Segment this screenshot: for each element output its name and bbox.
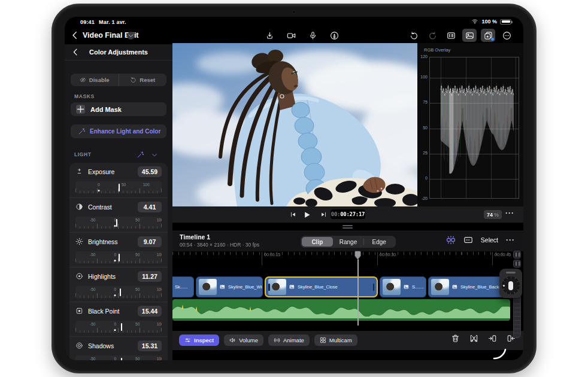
slider-thumb[interactable] (121, 323, 122, 331)
photo-icon (404, 284, 410, 290)
audio-clip[interactable] (172, 299, 510, 321)
back-chevron-icon[interactable] (69, 30, 80, 41)
slider-thumb[interactable] (119, 254, 120, 262)
scope-axis-label: 75 (418, 100, 428, 104)
track-height-button[interactable] (513, 260, 521, 267)
skip-back-icon[interactable] (290, 211, 296, 218)
photo-icon (452, 284, 458, 290)
mode-range[interactable]: Range (333, 237, 364, 247)
play-icon[interactable] (303, 211, 311, 219)
eye-off-icon (80, 77, 86, 83)
slider-thumb[interactable] (119, 184, 120, 191)
playhead-handle[interactable] (354, 251, 362, 260)
slider-ruler[interactable]: -50050100 (75, 217, 162, 229)
slider-ruler[interactable]: 050100 (75, 181, 162, 193)
effects-button[interactable] (481, 29, 495, 42)
undo-button[interactable] (407, 29, 421, 42)
multicam-button[interactable]: Multicam (314, 335, 357, 346)
slider-value[interactable]: 11.27 (138, 271, 162, 282)
inspector-button[interactable] (444, 29, 458, 42)
more-button[interactable] (499, 29, 514, 42)
viewer-zoom-control[interactable]: 74% (484, 210, 502, 219)
resize-handle[interactable] (343, 225, 353, 226)
animate-button[interactable]: Animate (268, 335, 310, 346)
inspect-button[interactable]: Inspect (179, 335, 219, 346)
pencil-button[interactable] (327, 29, 341, 42)
slider-value[interactable]: 15.44 (138, 306, 162, 317)
timeline-clip[interactable]: Skyline_Blue_Close (265, 276, 378, 297)
mode-clip[interactable]: Clip (302, 237, 333, 247)
clip-name: Skyline_Blue_Wide (228, 284, 262, 290)
slider-ruler[interactable]: -50050100 (75, 355, 162, 360)
button-label: Animate (283, 337, 304, 343)
button-label: Inspect (194, 337, 214, 343)
resize-handle[interactable] (343, 227, 353, 229)
scope-axis-label: 50 (418, 126, 428, 130)
record-audio-button[interactable] (305, 29, 320, 42)
timecode-display[interactable]: 00:00:27:17 (331, 209, 365, 219)
slider-value[interactable]: 15.31 (138, 340, 162, 351)
slider-ruler[interactable]: -50050100 (75, 251, 162, 263)
select-button[interactable]: Select (481, 236, 498, 244)
volume-button[interactable]: Volume (224, 335, 263, 346)
light-section-label: LIGHT (74, 151, 92, 157)
add-mask-button[interactable]: Add Mask (71, 102, 166, 116)
photo-icon (289, 284, 295, 290)
trash-icon[interactable] (451, 334, 460, 343)
timeline-meta: 00:54 · 3840 × 2160 · HDR · 30 fps (180, 242, 259, 248)
battery-icon (500, 19, 511, 25)
timeline-clip[interactable]: Sk...... (172, 276, 194, 297)
redo-icon (428, 31, 437, 40)
timeline-more-button[interactable]: ··· (506, 236, 515, 244)
slider-value[interactable]: 4.41 (138, 202, 162, 212)
slider-value[interactable]: 45.59 (138, 166, 162, 177)
reset-label: Reset (140, 77, 155, 83)
bottom-toolbar: InspectVolumeAnimateMulticam (172, 331, 523, 350)
status-time: 09:41 (80, 19, 95, 25)
skip-forward-icon[interactable] (320, 211, 327, 218)
playhead-line (357, 251, 359, 326)
clip-thumbnail (431, 279, 449, 295)
disable-button[interactable]: Disable (71, 74, 119, 86)
split-icon[interactable] (469, 334, 478, 343)
shadows-icon (75, 342, 83, 349)
slider-ruler[interactable]: -50050100 (75, 286, 162, 298)
jog-dial[interactable] (499, 269, 522, 298)
clip-name: S....... (412, 284, 424, 290)
timeline-header: Timeline 1 00:54 · 3840 × 2160 · HDR · 3… (172, 230, 523, 251)
magic-wand-icon (78, 127, 86, 135)
redo-button[interactable] (425, 29, 440, 42)
timeline-clip[interactable]: S....... (380, 276, 426, 297)
ruler-timestamp: 00:00:15 (262, 252, 280, 265)
slider-thumb[interactable] (120, 288, 121, 296)
reset-button[interactable]: Reset (119, 74, 167, 86)
record-video-button[interactable] (284, 29, 298, 42)
viewer-more-button[interactable]: ··· (505, 209, 514, 217)
mode-edge[interactable]: Edge (363, 237, 395, 247)
notification-dot (491, 38, 494, 41)
media-browser-button[interactable] (462, 29, 477, 42)
slider-ruler[interactable]: -50050100 (75, 321, 162, 333)
dial-knob[interactable] (508, 281, 513, 290)
dial-drag-handle[interactable] (506, 272, 516, 273)
slider-thumb[interactable] (121, 358, 122, 361)
timeline-ruler[interactable]: 00:00:1500:00:3000:00:45 (172, 251, 511, 266)
collapse-chevron-icon[interactable] (151, 151, 158, 159)
export-button[interactable] (262, 29, 277, 42)
title-menu-button[interactable] (127, 32, 135, 39)
insert-icon[interactable] (488, 334, 497, 343)
auto-enhance-icon[interactable] (137, 151, 144, 159)
track-height-button[interactable] (513, 251, 521, 259)
export-icon (265, 31, 274, 40)
enhance-light-color-button[interactable]: Enhance Light and Color (71, 124, 166, 138)
multicam-icon (320, 337, 326, 343)
timeline-clip[interactable]: Skyline_Blue_Background (428, 276, 510, 297)
connect-clips-icon[interactable] (446, 235, 456, 245)
slider-thumb[interactable] (116, 219, 117, 227)
wifi-icon (471, 19, 478, 25)
front-camera-icon (292, 10, 296, 14)
timeline-clip[interactable]: Skyline_Blue_Wide (196, 276, 263, 297)
placement-icon[interactable] (463, 235, 473, 245)
slider-label: Brightness (88, 238, 118, 245)
slider-value[interactable]: 9.07 (138, 236, 162, 247)
